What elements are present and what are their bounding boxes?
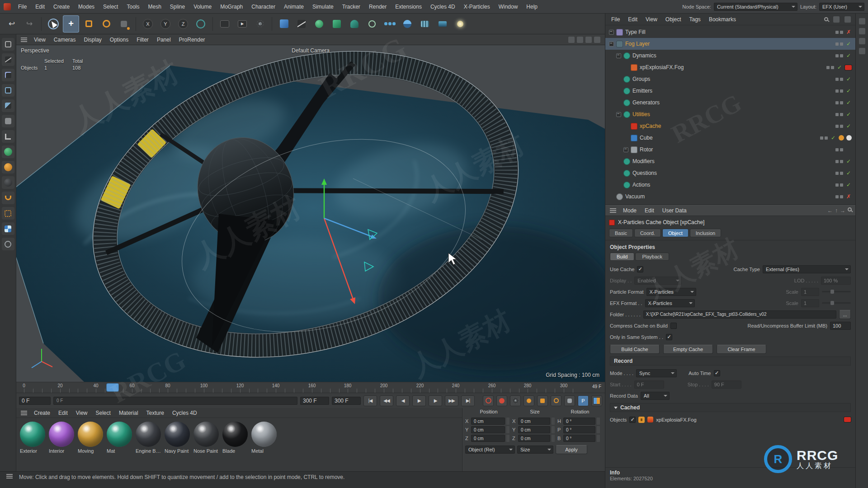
next-key-button[interactable]: ▶▶ [445,395,458,406]
model-mode-button[interactable] [2,115,14,127]
expander-icon[interactable] [623,147,628,152]
menu-select[interactable]: Select [99,2,122,11]
coord-size-select[interactable]: Size [517,446,553,454]
playback-tab[interactable]: Playback [635,253,669,261]
mat-menu-create[interactable]: Create [30,408,54,418]
om-menu-object[interactable]: Object [661,15,685,24]
tree-row-dynamics[interactable]: Dynamics ✓ [605,50,855,61]
tree-row-rotor[interactable]: Rotor [605,144,855,155]
enable-mark[interactable]: ✓ [836,64,843,70]
stepper[interactable] [597,435,600,442]
material-item[interactable]: Exterior [20,422,45,454]
visibility-dots[interactable] [835,101,843,104]
menu-mesh[interactable]: Mesh [144,2,165,11]
stepper[interactable] [552,435,555,442]
buffer-limit-field[interactable]: 100 [830,322,851,330]
visibility-dots[interactable] [835,172,843,175]
display-select[interactable]: Enabled [634,277,682,285]
stepper[interactable] [597,426,600,433]
visibility-dots[interactable] [835,78,843,81]
enable-mark[interactable]: ✓ [845,88,852,94]
coord-mode-select[interactable]: Object (Rel) [465,446,515,454]
menu-xparticles[interactable]: X-Particles [460,2,494,11]
efx-scale-field[interactable]: 1 [801,299,819,307]
position-y-field[interactable]: 0 cm [471,426,505,433]
material-sphere[interactable] [107,422,132,447]
position-z-field[interactable]: 0 cm [471,435,505,442]
menu-character[interactable]: Character [247,2,279,11]
record-mode-select[interactable]: Sync [636,369,677,377]
stepper[interactable] [506,418,509,425]
material-item[interactable]: Nose Paint [193,422,219,454]
material-sphere[interactable] [20,422,45,447]
rotate-tool[interactable] [98,15,114,33]
keyframe-settings-button[interactable] [510,395,521,406]
stepper[interactable] [552,418,555,425]
frame-range-slider[interactable]: 0 F [53,397,297,405]
am-search-icon[interactable] [848,207,852,211]
vp-menu-options[interactable]: Options [106,35,132,44]
folder-path-field[interactable]: X:\[XP Cache]\R21\xpCache_EFX_Tags_pt03-… [643,310,836,319]
layers-tab-icon[interactable] [859,28,865,34]
cache-type-select[interactable]: External (Files) [763,265,851,273]
visibility-dots[interactable] [820,136,828,140]
previous-key-button[interactable]: ◀◀ [380,395,393,406]
menu-simulate[interactable]: Simulate [308,2,338,11]
material-sphere[interactable] [165,422,190,447]
zoom-view-icon[interactable] [577,37,583,43]
size-z-field[interactable]: 0 cm [518,435,550,442]
expander-icon[interactable] [616,53,621,58]
material-sphere[interactable] [251,422,277,447]
points-mode-button[interactable] [2,69,14,81]
range-end-field[interactable]: 300 F [300,397,329,405]
viewport-menu-icon[interactable] [21,38,27,42]
build-cache-button[interactable]: Build Cache [610,345,660,354]
vp-menu-panel[interactable]: Panel [153,35,175,44]
menu-cycles4d[interactable]: Cycles 4D [426,2,459,11]
particle-scale-slider[interactable] [822,291,851,292]
record-data-select[interactable]: All [641,392,670,400]
tree-row-questions[interactable]: Questions ✓ [605,167,855,179]
mat-menu-cycles4d[interactable]: Cycles 4D [168,408,201,418]
browse-folder-button[interactable]: ... [839,310,851,319]
structure-tab-icon[interactable] [859,38,865,44]
lod-field[interactable]: 100 % [821,277,851,285]
material-sphere[interactable] [78,422,103,447]
visibility-dots[interactable] [835,54,843,57]
mat-menu-material[interactable]: Material [115,408,142,418]
stepper[interactable] [506,435,509,442]
cached-object-name[interactable]: xpExplosiaFX.Fog [656,417,696,422]
filter-icon[interactable] [833,16,840,23]
material-item[interactable]: Engine Bod [136,422,161,454]
visibility-dots[interactable] [826,66,834,69]
toggle-views-icon[interactable] [594,37,600,43]
timeline-layout-button[interactable] [591,395,602,406]
material-sphere[interactable] [222,422,248,447]
attributes-tab-icon[interactable] [859,18,865,24]
material-item[interactable]: Navy Paint [165,422,190,454]
menu-modes[interactable]: Modes [74,2,99,11]
texture-button[interactable] [2,207,14,220]
record-scale-toggle[interactable] [537,395,548,406]
vp-menu-view[interactable]: View [30,35,50,44]
redo-button[interactable]: ↪ [21,15,38,33]
isoline-button[interactable] [2,238,14,250]
tree-row-actions[interactable]: Actions ✓ [605,179,855,191]
build-tab[interactable]: Build [610,253,634,261]
coordinate-system-button[interactable] [193,15,209,33]
undo-button[interactable]: ↩ [4,15,20,33]
layout-select[interactable]: EFX (User) [819,3,864,11]
tab-object[interactable]: Object [662,229,689,237]
move-tool[interactable]: + [63,15,79,33]
autokey-ring-button[interactable] [483,395,494,406]
tree-row-groups[interactable]: Groups ✓ [605,73,855,85]
lock-x-axis-button[interactable]: X [140,15,156,33]
path-bar-icon[interactable] [844,16,851,23]
record-parameter-toggle[interactable] [564,395,575,406]
tree-row-type-fill[interactable]: Type Fill ✗ [605,26,855,38]
visibility-dots[interactable] [835,148,843,151]
record-rotation-toggle[interactable] [551,395,561,406]
menu-tracker[interactable]: Tracker [338,2,364,11]
timeline-ruler[interactable]: 0 20 40 60 80 100 120 140 160 180 200 22… [16,382,605,393]
field-button[interactable] [399,15,415,33]
